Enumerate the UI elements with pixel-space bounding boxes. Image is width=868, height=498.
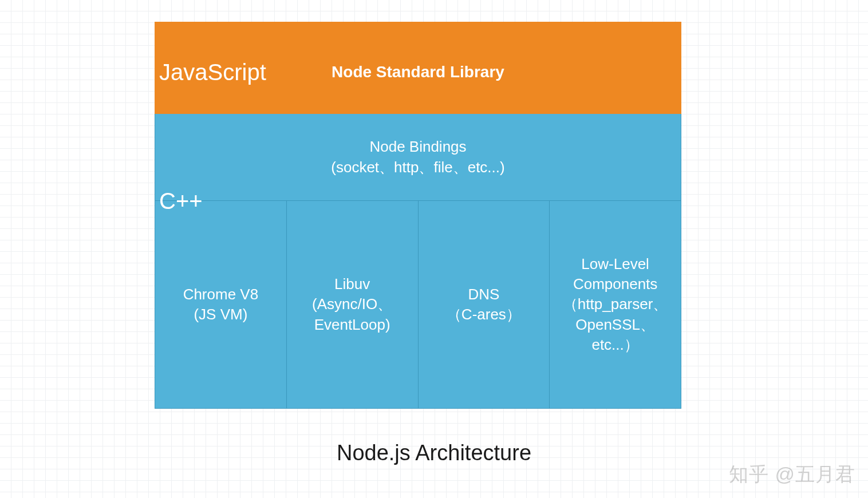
component-libuv-line3: EventLoop) (314, 315, 390, 335)
component-dns: DNS （C-ares） (419, 201, 550, 409)
component-libuv-line1: Libuv (334, 274, 370, 294)
component-v8: Chrome V8 (JS VM) (155, 201, 287, 409)
component-lowlevel-line5: etc...） (591, 335, 638, 355)
node-standard-library-title: Node Standard Library (155, 63, 681, 81)
component-lowlevel: Low-Level Components （http_parser、 OpenS… (550, 201, 681, 409)
component-v8-line2: (JS VM) (194, 305, 247, 325)
component-dns-line1: DNS (468, 284, 499, 305)
layer-javascript: JavaScript Node Standard Library (155, 22, 681, 114)
node-bindings-line2: (socket、http、file、etc...) (331, 157, 504, 177)
layer-cpp: C++ Node Bindings (socket、http、file、etc.… (155, 114, 681, 409)
component-libuv-line2: (Async/IO、 (312, 294, 392, 314)
component-lowlevel-line2: Components (573, 274, 657, 294)
component-lowlevel-line3: （http_parser、 (563, 294, 668, 314)
component-lowlevel-line1: Low-Level (581, 254, 649, 274)
language-label-cpp: C++ (159, 188, 203, 214)
component-dns-line2: （C-ares） (447, 305, 521, 325)
component-libuv: Libuv (Async/IO、 EventLoop) (287, 201, 419, 409)
node-bindings-line1: Node Bindings (369, 137, 466, 157)
component-v8-line1: Chrome V8 (183, 284, 259, 305)
diagram-canvas: JavaScript Node Standard Library C++ Nod… (155, 22, 681, 409)
cpp-components-row: Chrome V8 (JS VM) Libuv (Async/IO、 Event… (155, 201, 681, 409)
node-bindings-box: Node Bindings (socket、http、file、etc...) (155, 114, 681, 201)
watermark-text: 知乎 @五月君 (729, 461, 855, 488)
component-lowlevel-line4: OpenSSL、 (575, 315, 655, 335)
